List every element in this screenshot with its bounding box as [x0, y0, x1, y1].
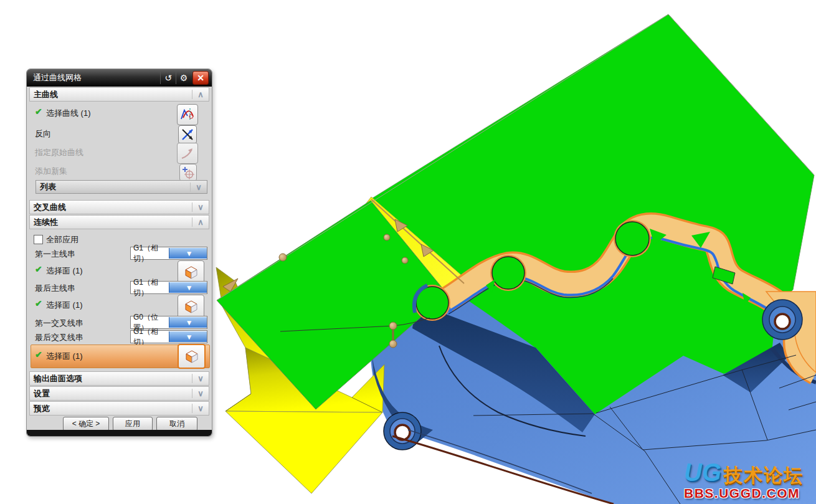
- select-face-2-label: 选择面 (1): [46, 300, 83, 311]
- boss-hole-left[interactable]: [384, 412, 421, 450]
- select-face-3-label: 选择面 (1): [46, 351, 83, 362]
- boss-hole-right[interactable]: [762, 300, 802, 340]
- dropdown-arrow-icon[interactable]: ▼: [169, 331, 207, 342]
- chevron-down-icon[interactable]: ∨: [192, 389, 209, 398]
- check-icon: ✔: [35, 107, 42, 116]
- dialog-bottom-bar: [27, 430, 212, 436]
- ok-button[interactable]: < 确定 >: [63, 417, 109, 431]
- select-face-1-label: 选择面 (1): [46, 265, 83, 277]
- add-new-set-icon: [181, 166, 195, 179]
- last-cross-dropdown[interactable]: G1（相切） ▼: [130, 330, 207, 343]
- check-icon: ✔: [35, 264, 42, 274]
- reset-icon[interactable]: ↺: [160, 72, 176, 84]
- check-icon: ✔: [35, 298, 42, 308]
- reverse-label: 反向: [35, 128, 51, 140]
- curve-handle-ball: [384, 234, 390, 240]
- watermark-brand: 技术论坛: [724, 466, 804, 485]
- curve-handle-ball: [279, 254, 287, 261]
- dropdown-arrow-icon[interactable]: ▼: [169, 248, 207, 259]
- list-bar[interactable]: 列表 ∨: [36, 180, 207, 194]
- watermark-site: BBS.UGGD.COM: [684, 487, 815, 500]
- check-icon: ✔: [35, 349, 42, 359]
- last-primary-label: 最后主线串: [35, 283, 75, 294]
- curve-select-button[interactable]: [177, 104, 198, 125]
- section-settings[interactable]: 设置 ∨: [29, 386, 209, 401]
- dialog-title: 通过曲线网格: [27, 72, 160, 83]
- face-select-cube-icon: [184, 348, 200, 364]
- dialog-titlebar[interactable]: 通过曲线网格 ↺ ⚙ ✕: [27, 69, 212, 87]
- reverse-direction-icon: [181, 128, 194, 141]
- add-new-set-button: [179, 164, 197, 181]
- first-primary-dropdown[interactable]: G1（相切） ▼: [130, 247, 207, 260]
- yellow-flap[interactable]: [225, 411, 382, 493]
- chevron-down-icon[interactable]: ∨: [190, 183, 207, 192]
- origin-curve-label: 指定原始曲线: [35, 147, 83, 158]
- apply-button[interactable]: 应用: [113, 417, 153, 431]
- curve-handle-ball: [389, 340, 397, 348]
- close-icon[interactable]: ✕: [192, 71, 209, 85]
- through-curve-mesh-dialog[interactable]: 通过曲线网格 ↺ ⚙ ✕ 主曲线 ∧ ✔ 选择曲线 (1) 反向 指定原始曲线: [26, 69, 212, 437]
- add-new-set-label: 添加新集: [35, 166, 67, 177]
- section-output-options[interactable]: 输出曲面选项 ∨: [29, 371, 209, 386]
- section-main-curve[interactable]: 主曲线 ∧: [29, 87, 209, 102]
- curve-handle-ball: [389, 322, 397, 330]
- curve-handle-ball: [402, 257, 408, 264]
- face-select-cube-icon: [183, 298, 199, 315]
- face-select-button-3[interactable]: [178, 344, 206, 369]
- apply-all-label: 全部应用: [46, 234, 78, 245]
- chevron-up-icon[interactable]: ∧: [192, 90, 209, 99]
- chevron-down-icon[interactable]: ∨: [192, 404, 209, 413]
- gear-icon[interactable]: ⚙: [176, 72, 191, 84]
- face-select-cube-icon: [183, 264, 199, 280]
- select-curve-label: 选择曲线 (1): [46, 108, 91, 119]
- chevron-up-icon[interactable]: ∧: [192, 217, 209, 227]
- first-primary-label: 第一主线串: [35, 249, 75, 260]
- first-cross-label: 第一交叉线串: [35, 318, 83, 329]
- section-cross-curve[interactable]: 交叉曲线 ∨: [29, 200, 209, 214]
- watermark: UG 技术论坛 BBS.UGGD.COM: [684, 460, 815, 500]
- curve-select-icon: [179, 107, 196, 123]
- chevron-down-icon[interactable]: ∨: [192, 374, 209, 383]
- dropdown-arrow-icon[interactable]: ▼: [169, 317, 207, 328]
- section-preview[interactable]: 预览 ∨: [29, 401, 209, 416]
- apply-all-checkbox[interactable]: [34, 235, 43, 244]
- face-select-button-2[interactable]: [178, 295, 204, 318]
- chevron-down-icon[interactable]: ∨: [192, 202, 209, 212]
- watermark-logo: UG: [684, 460, 721, 485]
- cancel-button[interactable]: 取消: [156, 417, 197, 431]
- section-continuity[interactable]: 连续性 ∧: [29, 215, 209, 229]
- last-cross-label: 最后交叉线串: [35, 332, 83, 343]
- origin-curve-button: [177, 143, 198, 164]
- dropdown-arrow-icon[interactable]: ▼: [169, 282, 207, 293]
- origin-curve-icon: [179, 145, 196, 161]
- reverse-direction-button[interactable]: [178, 125, 197, 144]
- last-primary-dropdown[interactable]: G1（相切） ▼: [130, 281, 207, 294]
